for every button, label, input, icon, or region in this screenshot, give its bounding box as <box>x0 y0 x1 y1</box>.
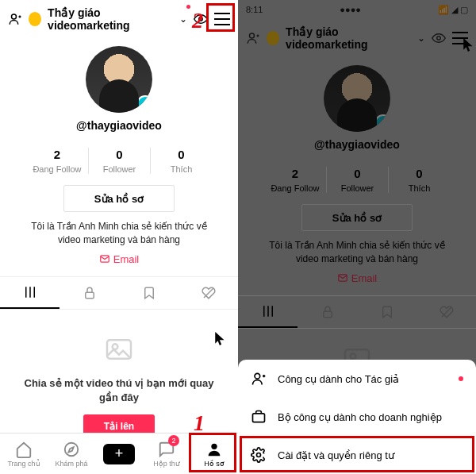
nav-discover[interactable]: Khám phá <box>48 434 95 474</box>
add-friend-icon[interactable] <box>8 11 22 27</box>
bio-text: Tôi là Trần Anh Minh chia sẻ kiến thức v… <box>0 220 238 247</box>
nav-create[interactable]: + <box>95 434 143 474</box>
email-icon <box>99 253 110 264</box>
nav-home[interactable]: Trang chủ <box>0 434 48 474</box>
empty-photo-icon <box>99 333 139 365</box>
stats-row: 2Đang Follow 0Follower 0Thích <box>0 148 238 174</box>
annotation-number-1: 1 <box>194 410 205 436</box>
gear-icon <box>251 447 267 463</box>
person-icon <box>251 371 267 387</box>
stat-followers[interactable]: 0Follower <box>88 148 150 174</box>
avatar-add-icon[interactable]: + <box>136 95 152 113</box>
screenshot-left: Thầy giáo videomarketing ⌄ 2 + @thaygiao… <box>0 0 238 474</box>
briefcase-icon <box>251 409 267 425</box>
stat-likes[interactable]: 0Thích <box>150 148 212 174</box>
plus-icon: + <box>103 444 135 464</box>
svg-point-0 <box>11 14 16 19</box>
bottom-nav: Trang chủ Khám phá + Hộp thư2 Hồ sơ <box>0 433 238 474</box>
tab-grid[interactable] <box>0 277 60 309</box>
sheet-business-tools[interactable]: Bộ công cụ dành cho doanh nghiệp <box>238 398 476 436</box>
stat-following[interactable]: 2Đang Follow <box>26 148 88 174</box>
email-link[interactable]: Email <box>0 253 238 265</box>
edit-profile-button[interactable]: Sửa hồ sơ <box>63 185 175 212</box>
notification-dot <box>459 376 463 381</box>
tab-saved[interactable] <box>119 277 178 309</box>
nav-inbox[interactable]: Hộp thư2 <box>143 434 190 474</box>
empty-text: Chia sẻ một video thú vị bạn mới quay gầ… <box>24 376 214 405</box>
inbox-badge: 2 <box>168 435 179 446</box>
sheet-settings-privacy[interactable]: Cài đặt và quyền riêng tư <box>238 436 476 474</box>
svg-point-8 <box>211 443 217 449</box>
settings-sheet: Công cụ dành cho Tác giả Bộ công cụ dành… <box>238 360 476 474</box>
profile-tabs <box>0 276 238 310</box>
sheet-creator-tools[interactable]: Công cụ dành cho Tác giả <box>238 360 476 398</box>
username: @thaygiaovideo <box>0 119 238 132</box>
cursor-icon <box>215 332 226 346</box>
cursor-icon <box>463 38 474 52</box>
svg-point-7 <box>65 442 79 456</box>
notification-dot <box>186 5 190 9</box>
svg-rect-17 <box>253 414 265 422</box>
coin-icon[interactable] <box>29 12 41 26</box>
svg-rect-3 <box>85 292 94 299</box>
svg-point-16 <box>255 373 260 379</box>
profile-name[interactable]: Thầy giáo videomarketing <box>48 6 171 32</box>
tab-liked[interactable] <box>178 277 238 309</box>
avatar-block: + @thaygiaovideo <box>0 38 238 137</box>
chevron-down-icon[interactable]: ⌄ <box>179 13 187 25</box>
svg-point-18 <box>257 453 261 457</box>
tab-locked[interactable] <box>60 277 119 309</box>
hamburger-menu-icon[interactable] <box>214 13 230 25</box>
screenshot-right: 8:11 ●●●● 📶 ◢ ▢ Thầy giáo videomarketing… <box>238 0 476 474</box>
annotation-number-2: 2 <box>192 8 203 33</box>
avatar[interactable]: + <box>86 46 152 113</box>
nav-profile[interactable]: Hồ sơ <box>190 434 238 474</box>
